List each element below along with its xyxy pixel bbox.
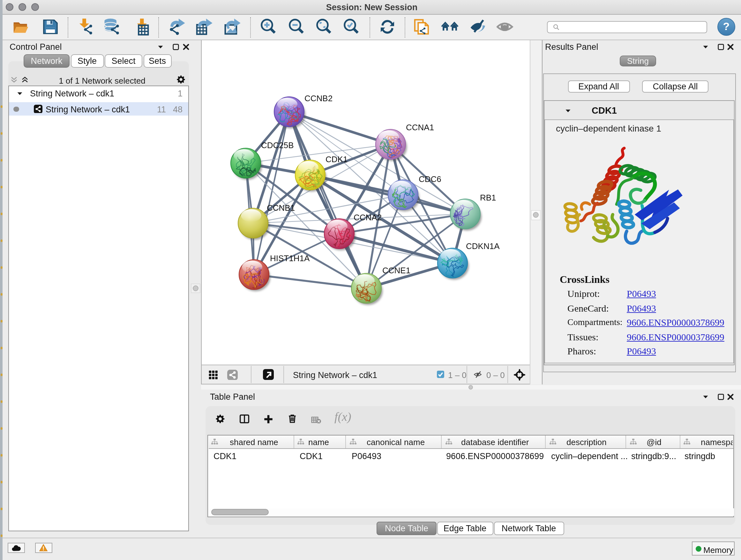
svg-text:RB1: RB1 xyxy=(480,192,496,202)
svg-text:CDK1: CDK1 xyxy=(326,154,347,164)
svg-text:CCNB2: CCNB2 xyxy=(305,93,333,103)
svg-text:CDC25B: CDC25B xyxy=(261,140,294,150)
svg-text:CCNA1: CCNA1 xyxy=(406,122,434,132)
svg-text:CCNB1: CCNB1 xyxy=(267,203,295,212)
svg-text:CDKN1A: CDKN1A xyxy=(466,241,500,251)
svg-text:HIST1H1A: HIST1H1A xyxy=(270,253,310,263)
svg-text:CDC6: CDC6 xyxy=(419,174,441,184)
svg-text:CCNE1: CCNE1 xyxy=(382,265,410,275)
svg-text:CCNA2: CCNA2 xyxy=(354,212,382,222)
